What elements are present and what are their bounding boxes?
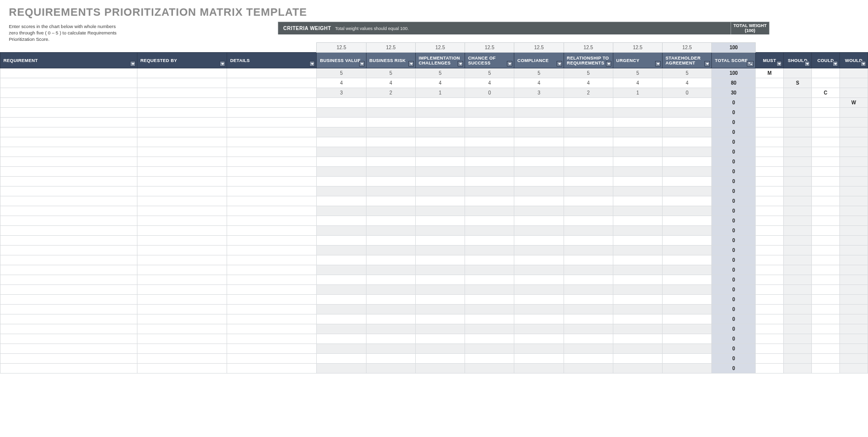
cell-score[interactable]	[663, 364, 712, 374]
cell-score[interactable]	[415, 196, 465, 206]
cell-requested-by[interactable]	[137, 157, 227, 167]
cell-score[interactable]	[465, 334, 514, 344]
cell-could[interactable]	[812, 324, 840, 334]
cell-should[interactable]	[784, 177, 812, 187]
cell-score[interactable]	[564, 305, 613, 314]
cell-score[interactable]	[366, 127, 415, 137]
cell-score[interactable]	[663, 334, 712, 344]
cell-score[interactable]	[465, 295, 514, 305]
cell-must[interactable]	[756, 354, 784, 364]
cell-could[interactable]	[812, 127, 840, 137]
cell-score[interactable]	[415, 295, 465, 305]
cell-requirement[interactable]	[0, 98, 137, 108]
cell-score[interactable]	[613, 236, 662, 246]
cell-could[interactable]	[812, 334, 840, 344]
cell-score[interactable]	[663, 295, 712, 305]
cell-details[interactable]	[227, 216, 317, 226]
cell-must[interactable]	[756, 314, 784, 324]
cell-score[interactable]	[415, 147, 465, 157]
cell-score[interactable]	[514, 246, 564, 255]
cell-requested-by[interactable]	[137, 285, 227, 295]
cell-would[interactable]	[839, 187, 868, 196]
cell-could[interactable]	[812, 177, 840, 187]
cell-must[interactable]	[756, 246, 784, 255]
cell-should[interactable]	[784, 285, 812, 295]
cell-score[interactable]	[366, 167, 415, 177]
cell-requirement[interactable]	[0, 206, 137, 216]
cell-should[interactable]	[784, 206, 812, 216]
cell-score[interactable]	[415, 314, 465, 324]
cell-score[interactable]	[366, 354, 415, 364]
cell-score[interactable]: 5	[663, 68, 712, 78]
cell-requirement[interactable]	[0, 147, 137, 157]
cell-score[interactable]: 5	[613, 68, 662, 78]
cell-would[interactable]	[839, 305, 868, 314]
cell-would[interactable]	[839, 246, 868, 255]
cell-score[interactable]	[415, 137, 465, 147]
cell-score[interactable]	[317, 216, 366, 226]
cell-score[interactable]	[415, 236, 465, 246]
cell-details[interactable]	[227, 344, 317, 354]
cell-requested-by[interactable]	[137, 265, 227, 275]
cell-details[interactable]	[227, 187, 317, 196]
cell-score[interactable]	[366, 236, 415, 246]
cell-score[interactable]	[415, 187, 465, 196]
cell-could[interactable]	[812, 108, 840, 118]
cell-score[interactable]	[366, 334, 415, 344]
cell-must[interactable]	[756, 157, 784, 167]
cell-score[interactable]: 5	[514, 68, 564, 78]
cell-score[interactable]	[663, 285, 712, 295]
cell-score[interactable]: 4	[564, 78, 613, 88]
col-must[interactable]: MUST	[756, 53, 784, 68]
cell-details[interactable]	[227, 147, 317, 157]
cell-score[interactable]	[613, 265, 662, 275]
cell-requirement[interactable]	[0, 108, 137, 118]
cell-score[interactable]	[366, 118, 415, 127]
cell-score[interactable]: 5	[317, 68, 366, 78]
cell-score[interactable]	[564, 108, 613, 118]
cell-could[interactable]	[812, 157, 840, 167]
filter-icon[interactable]	[507, 61, 512, 66]
cell-could[interactable]	[812, 285, 840, 295]
cell-score[interactable]	[465, 206, 514, 216]
cell-score[interactable]	[317, 177, 366, 187]
cell-score[interactable]	[415, 275, 465, 285]
cell-requirement[interactable]	[0, 354, 137, 364]
cell-would[interactable]	[839, 137, 868, 147]
filter-icon[interactable]	[130, 61, 135, 66]
filter-icon[interactable]	[861, 61, 866, 66]
cell-could[interactable]	[812, 236, 840, 246]
cell-score[interactable]	[514, 236, 564, 246]
col-chance-of-success[interactable]: CHANCE OF SUCCESS	[465, 53, 514, 68]
cell-score[interactable]	[613, 127, 662, 137]
cell-score[interactable]	[613, 275, 662, 285]
cell-must[interactable]	[756, 334, 784, 344]
cell-score[interactable]	[317, 98, 366, 108]
cell-details[interactable]	[227, 265, 317, 275]
cell-requested-by[interactable]	[137, 196, 227, 206]
cell-score[interactable]	[465, 285, 514, 295]
col-would[interactable]: WOULD	[839, 53, 868, 68]
cell-score[interactable]: 4	[415, 78, 465, 88]
cell-score[interactable]	[613, 118, 662, 127]
cell-must[interactable]: M	[756, 68, 784, 78]
cell-score[interactable]	[415, 177, 465, 187]
cell-should[interactable]	[784, 98, 812, 108]
cell-score[interactable]: 0	[663, 88, 712, 98]
cell-requested-by[interactable]	[137, 275, 227, 285]
cell-score[interactable]: 2	[564, 88, 613, 98]
cell-would[interactable]	[839, 285, 868, 295]
cell-could[interactable]	[812, 216, 840, 226]
cell-score[interactable]	[564, 344, 613, 354]
cell-score[interactable]	[415, 127, 465, 137]
cell-score[interactable]	[317, 344, 366, 354]
cell-score[interactable]	[613, 157, 662, 167]
cell-score[interactable]	[663, 275, 712, 285]
cell-requested-by[interactable]	[137, 98, 227, 108]
cell-requested-by[interactable]	[137, 108, 227, 118]
cell-score[interactable]: 4	[613, 78, 662, 88]
cell-could[interactable]	[812, 354, 840, 364]
cell-score[interactable]	[415, 216, 465, 226]
cell-score[interactable]: 5	[366, 68, 415, 78]
cell-score[interactable]	[663, 108, 712, 118]
